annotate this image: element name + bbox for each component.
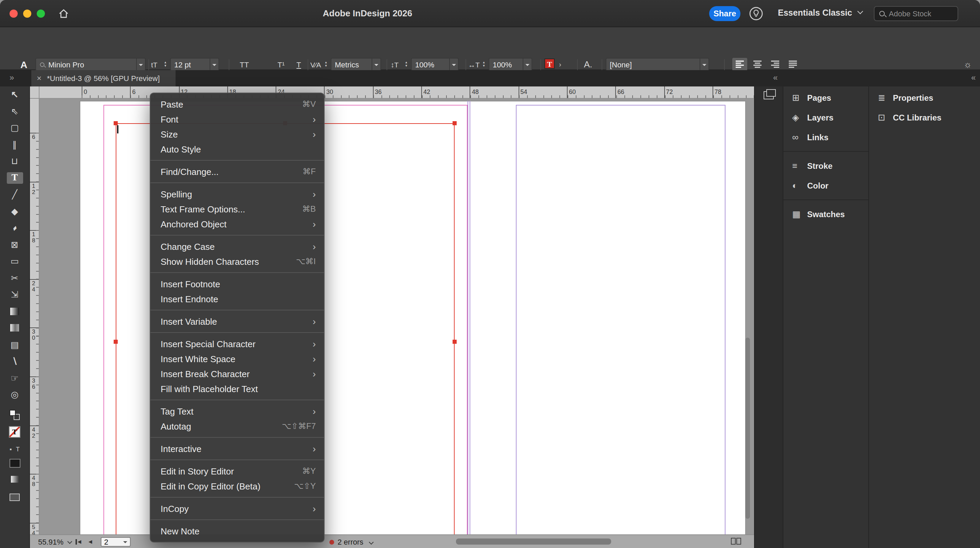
character-style-select[interactable]: [None] <box>606 58 709 71</box>
align-left-button[interactable] <box>732 58 747 71</box>
screen-mode-button[interactable] <box>10 493 20 501</box>
vertical-ruler[interactable]: 61 21 82 43 03 64 24 85 4 <box>30 99 40 534</box>
dropdown-arrow-icon[interactable] <box>372 59 380 70</box>
dropdown-arrow-icon[interactable] <box>210 59 218 70</box>
fill-expand-chevron-icon[interactable]: › <box>557 58 563 71</box>
margin-guide[interactable] <box>725 105 725 534</box>
first-page-button[interactable]: ◀ <box>78 539 81 545</box>
context-menu-item[interactable]: Interactive › <box>150 441 324 456</box>
margin-guide[interactable] <box>516 105 517 534</box>
context-menu-item[interactable]: Anchored Object › <box>150 217 324 231</box>
all-caps-button[interactable]: TT <box>237 58 252 71</box>
horizontal-scrollbar[interactable] <box>456 538 611 545</box>
superscript-button[interactable]: T¹ <box>274 58 288 71</box>
dropdown-arrow-icon[interactable] <box>700 59 708 70</box>
context-menu-item[interactable]: Insert Variable › <box>150 314 324 329</box>
tool-button[interactable] <box>6 305 23 317</box>
formatting-affects-container-button[interactable]: ▪ <box>10 446 11 452</box>
font-size-select[interactable]: 12 pt <box>170 58 219 71</box>
tool-button[interactable]: ⊔ <box>6 155 23 167</box>
context-menu-item[interactable]: Edit in Story Editor ⌘Y › <box>150 464 324 479</box>
minimize-window-button[interactable] <box>23 10 31 18</box>
tool-button[interactable]: ∖ <box>6 355 23 367</box>
panel-dock-item[interactable]: ◈ Layers <box>783 108 869 127</box>
context-menu-item[interactable]: Fill with Placeholder Text › <box>150 381 324 396</box>
tool-button[interactable]: ∥ <box>6 139 23 150</box>
panel-dock-item[interactable]: ▦ Swatches <box>783 204 869 224</box>
settings-gear-icon[interactable]: ☼ <box>964 59 972 69</box>
workspace-switcher[interactable]: Essentials Classic <box>778 8 862 18</box>
context-menu-item[interactable]: Insert Special Character › <box>150 336 324 351</box>
context-menu-item[interactable]: New Note › <box>150 524 324 538</box>
context-menu-item[interactable]: Text Frame Options... ⌘B › <box>150 201 324 217</box>
spine-guide[interactable] <box>469 101 470 534</box>
context-menu-item[interactable]: Autotag ⌥⇧⌘F7 › <box>150 419 324 433</box>
selection-handle[interactable] <box>114 121 118 125</box>
kerning-select[interactable]: Metrics <box>331 58 381 71</box>
fullscreen-window-button[interactable] <box>37 10 45 18</box>
context-menu-item[interactable]: Insert Endnote › <box>150 292 324 306</box>
spine-guide[interactable] <box>468 101 468 534</box>
discover-lightbulb-icon[interactable] <box>749 6 764 24</box>
context-menu-item[interactable]: Edit in Copy Editor (Beta) ⌥⇧Y › <box>150 479 324 494</box>
align-right-button[interactable] <box>768 58 783 71</box>
formatting-affects-text-button[interactable]: T <box>16 446 20 452</box>
selection-handle[interactable] <box>453 340 457 344</box>
panel-dock-item[interactable]: ⊞ Pages <box>783 88 869 108</box>
vertical-scale-select[interactable]: 100% <box>411 58 459 71</box>
tool-button[interactable]: ╱ <box>6 189 23 200</box>
home-icon[interactable] <box>59 9 69 21</box>
text-fill-none-indicator[interactable]: T <box>9 426 21 437</box>
font-family-select[interactable]: Minion Pro <box>35 58 146 71</box>
font-size-stepper[interactable] <box>162 58 169 71</box>
kerning-stepper[interactable] <box>323 58 329 71</box>
document-tab[interactable]: × *Untitled-3 @ 56% [GPU Preview] <box>31 70 176 86</box>
dropdown-arrow-icon[interactable] <box>449 59 458 70</box>
context-menu-item[interactable]: Change Case › <box>150 239 324 254</box>
toolbar-collapse-chevrons[interactable]: » <box>10 73 14 82</box>
tool-button[interactable]: ◆ <box>6 205 23 217</box>
tool-button[interactable]: ▰ <box>6 222 23 234</box>
pasteboard[interactable] <box>40 99 754 534</box>
tool-button[interactable]: T <box>6 172 23 183</box>
tool-button[interactable] <box>6 322 23 334</box>
tool-button[interactable]: ◎ <box>6 389 23 400</box>
close-window-button[interactable] <box>10 10 18 18</box>
tool-button[interactable]: ▢ <box>6 122 23 134</box>
margin-guide[interactable] <box>516 105 725 105</box>
dock-collapse-chevrons[interactable]: « <box>971 73 975 82</box>
context-menu-item[interactable]: Spelling › <box>150 186 324 201</box>
context-menu-item[interactable]: InCopy › <box>150 501 324 516</box>
apply-gradient-button[interactable] <box>11 475 19 482</box>
page-number-input[interactable]: 2 <box>101 537 130 546</box>
dropdown-arrow-icon[interactable] <box>136 59 145 70</box>
tool-button[interactable]: ✂ <box>6 272 23 284</box>
tool-button[interactable]: ⇲ <box>6 288 23 300</box>
context-menu-item[interactable]: Size › <box>150 127 324 142</box>
horizontal-scale-select[interactable]: 100% <box>488 58 532 71</box>
adobe-stock-search[interactable]: Adobe Stock <box>874 6 958 21</box>
dropdown-arrow-icon[interactable] <box>523 59 531 70</box>
close-tab-icon[interactable]: × <box>37 73 41 83</box>
dock-collapse-chevrons[interactable]: « <box>773 73 778 82</box>
tool-button[interactable]: ☞ <box>6 372 23 384</box>
context-menu-item[interactable]: Insert White Space › <box>150 351 324 366</box>
tool-button[interactable]: ▤ <box>6 339 23 350</box>
fill-color-swatch[interactable] <box>9 459 20 467</box>
preflight-status[interactable]: 2 errors <box>329 538 373 546</box>
tool-button[interactable]: ↖ <box>6 89 23 100</box>
selection-handle[interactable] <box>453 121 457 125</box>
share-button[interactable]: Share <box>709 6 740 21</box>
align-center-button[interactable] <box>750 58 765 71</box>
opentype-features-button[interactable]: A. <box>584 58 592 71</box>
underline-button[interactable]: T <box>291 58 306 71</box>
context-menu-item[interactable]: Auto Style › <box>150 142 324 156</box>
context-menu-item[interactable]: Insert Footnote › <box>150 276 324 292</box>
panel-dock-item[interactable]: ≣ Properties <box>869 88 980 108</box>
previous-page-button[interactable]: ◀ <box>89 539 92 545</box>
selection-handle[interactable] <box>114 340 118 344</box>
tool-button[interactable]: ⊠ <box>6 239 23 250</box>
context-menu-item[interactable]: Tag Text › <box>150 404 324 419</box>
spread-view-icon[interactable] <box>731 538 743 545</box>
context-menu-item[interactable]: Insert Break Character › <box>150 366 324 381</box>
